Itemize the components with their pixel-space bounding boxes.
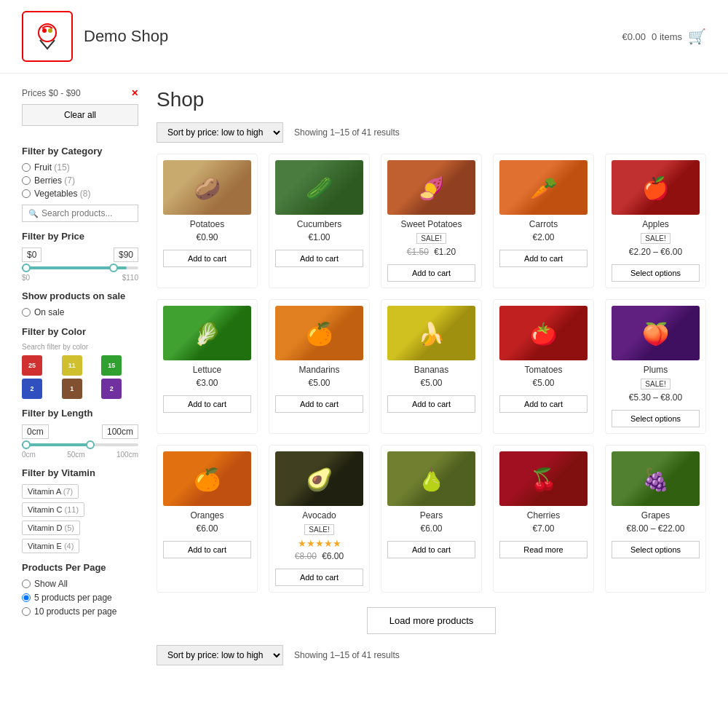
product-emoji: 🍅 <box>530 320 557 346</box>
product-image: 🥒 <box>275 160 363 215</box>
price-filter-tag: Prices $0 - $90 ✕ <box>22 88 138 98</box>
length-range-max: 100cm <box>116 451 138 459</box>
sort-select-bottom[interactable]: Sort by price: low to high <box>157 645 283 665</box>
select-options-button[interactable]: Select options <box>612 264 700 282</box>
product-image: 🍠 <box>387 160 475 215</box>
select-options-button[interactable]: Select options <box>612 410 700 427</box>
vitamin-e[interactable]: Vitamin E (4) <box>22 539 79 553</box>
product-name: Cucumbers <box>275 219 363 229</box>
cart-icon[interactable]: 🛒 <box>688 28 706 45</box>
category-fruit[interactable]: Fruit (15) <box>22 162 138 173</box>
add-to-cart-button[interactable]: Add to cart <box>387 541 475 558</box>
clear-all-button[interactable]: Clear all <box>22 104 138 126</box>
product-card: 🥑 Avocado SALE! ★★★★★ €8.00 €6.00 Add to… <box>269 445 370 593</box>
main-layout: Prices $0 - $90 ✕ Clear all Filter by Ca… <box>0 74 728 680</box>
results-text-bottom: Showing 1–15 of 41 results <box>294 650 400 660</box>
product-price: €5.00 <box>499 378 587 388</box>
product-emoji: 🍠 <box>418 175 445 200</box>
length-filter-title: Filter by Length <box>22 408 138 419</box>
product-search-input[interactable] <box>41 208 132 218</box>
product-search-box[interactable]: 🔍 <box>22 205 138 222</box>
per-page-5[interactable]: 5 products per page <box>22 593 138 603</box>
length-slider-handle-left[interactable] <box>22 440 31 449</box>
add-to-cart-button[interactable]: Add to cart <box>275 250 363 267</box>
logo[interactable] <box>22 11 73 62</box>
svg-point-2 <box>48 28 52 33</box>
length-max-value: 100cm <box>102 424 138 439</box>
color-purple[interactable]: 2 <box>101 379 122 399</box>
color-filter-title: Filter by Color <box>22 326 138 337</box>
add-to-cart-button[interactable]: Add to cart <box>275 395 363 413</box>
color-grid: 25 11 15 2 1 2 <box>22 355 138 399</box>
sort-select[interactable]: Sort by price: low to high <box>157 122 283 143</box>
length-slider-track[interactable] <box>22 443 138 446</box>
product-emoji: 🥒 <box>306 175 333 200</box>
product-name: Grapes <box>612 510 700 521</box>
product-card: 🍌 Bananas €5.00 Add to cart <box>381 299 482 434</box>
read-more-button[interactable]: Read more <box>499 541 587 558</box>
load-more-button[interactable]: Load more products <box>367 607 496 634</box>
vitamin-a[interactable]: Vitamin A (7) <box>22 484 79 499</box>
product-price: €2.00 <box>499 232 587 242</box>
product-card: 🍑 Plums SALE! €5.30 – €8.00 Select optio… <box>605 299 706 434</box>
product-price: €0.90 <box>163 232 251 242</box>
per-page-all[interactable]: Show All <box>22 579 138 589</box>
add-to-cart-button[interactable]: Add to cart <box>275 569 363 586</box>
old-price: €8.00 <box>295 551 317 561</box>
add-to-cart-button[interactable]: Add to cart <box>387 264 475 282</box>
product-card: 🥬 Lettuce €3.00 Add to cart <box>157 299 258 434</box>
add-to-cart-button[interactable]: Add to cart <box>163 541 251 558</box>
product-image: 🍊 <box>275 306 363 360</box>
price-filter-label: Prices $0 - $90 <box>22 88 81 98</box>
product-image: 🍑 <box>612 306 700 360</box>
color-yellow[interactable]: 11 <box>62 355 82 376</box>
product-emoji: 🍒 <box>530 466 557 491</box>
bottom-toolbar: Sort by price: low to high Showing 1–15 … <box>157 645 706 665</box>
main-content: Shop Sort by price: low to high Showing … <box>157 88 706 665</box>
select-options-button[interactable]: Select options <box>612 541 700 558</box>
sale-badge: SALE! <box>641 379 670 389</box>
product-price: €5.00 <box>387 378 475 388</box>
vitamin-d[interactable]: Vitamin D (5) <box>22 521 80 535</box>
product-price: €1.00 <box>275 232 363 242</box>
price-min-value: $0 <box>22 248 41 262</box>
product-emoji: 🍌 <box>418 320 445 346</box>
sale-badge: SALE! <box>416 233 446 244</box>
add-to-cart-button[interactable]: Add to cart <box>163 250 251 267</box>
category-vegetables[interactable]: Vegetables (8) <box>22 189 138 199</box>
color-red[interactable]: 25 <box>22 355 42 376</box>
product-name: Pears <box>387 510 475 521</box>
price-slider-handle-right[interactable] <box>109 264 118 272</box>
per-page-options: Show All 5 products per page 10 products… <box>22 579 138 617</box>
price-filter-title: Filter by Price <box>22 231 138 242</box>
length-slider-handle-right[interactable] <box>86 440 95 449</box>
add-to-cart-button[interactable]: Add to cart <box>499 395 587 413</box>
product-emoji: 🥑 <box>306 466 333 491</box>
color-blue[interactable]: 2 <box>22 379 42 399</box>
on-sale-option[interactable]: On sale <box>22 307 138 317</box>
shop-toolbar: Sort by price: low to high Showing 1–15 … <box>157 122 706 143</box>
price-slider-track[interactable] <box>22 266 138 269</box>
product-name: Tomatoes <box>499 365 587 375</box>
price-max-value: $90 <box>114 248 138 262</box>
add-to-cart-button[interactable]: Add to cart <box>499 250 587 267</box>
category-berries[interactable]: Berries (7) <box>22 175 138 186</box>
price-filter-close[interactable]: ✕ <box>131 88 138 98</box>
add-to-cart-button[interactable]: Add to cart <box>163 395 251 413</box>
price-slider-handle-left[interactable] <box>22 264 31 272</box>
product-emoji: 🥔 <box>194 175 221 200</box>
product-price: €5.30 – €8.00 <box>612 392 700 403</box>
color-brown[interactable]: 1 <box>62 379 82 399</box>
product-name: Apples <box>612 219 700 229</box>
per-page-10[interactable]: 10 products per page <box>22 606 138 617</box>
sale-badge: SALE! <box>641 233 670 244</box>
product-image: 🥬 <box>163 306 251 360</box>
header-cart[interactable]: €0.00 0 items 🛒 <box>622 28 706 45</box>
color-green[interactable]: 15 <box>101 355 122 376</box>
product-name: Lettuce <box>163 365 251 375</box>
add-to-cart-button[interactable]: Add to cart <box>387 395 475 413</box>
product-price: €7.00 <box>499 523 587 534</box>
product-card: 🍠 Sweet Potatoes SALE! €1.50 €1.20 Add t… <box>381 154 482 288</box>
product-emoji: 🍑 <box>642 320 669 346</box>
vitamin-c[interactable]: Vitamin C (11) <box>22 502 84 517</box>
